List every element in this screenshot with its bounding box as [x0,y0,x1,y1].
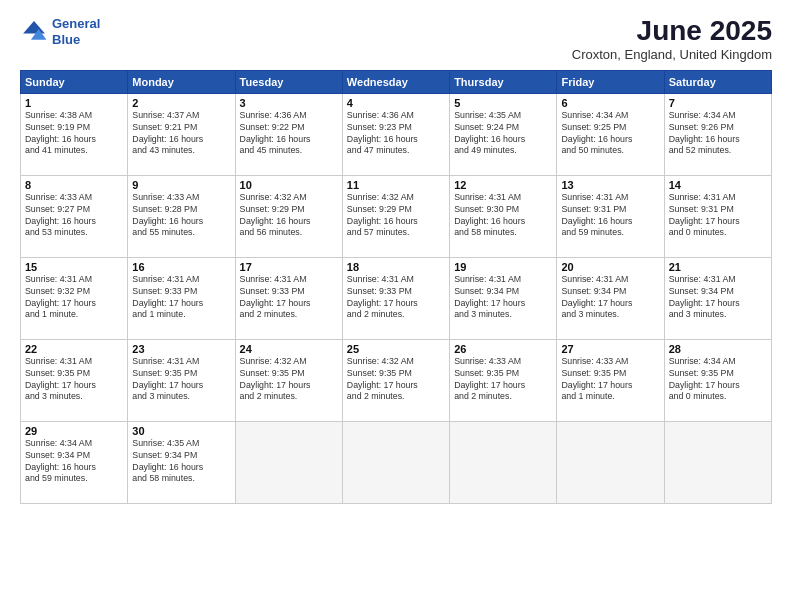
day-number: 17 [240,261,338,273]
day-number: 22 [25,343,123,355]
day-number: 9 [132,179,230,191]
table-row: 17Sunrise: 4:31 AM Sunset: 9:33 PM Dayli… [235,257,342,339]
day-info: Sunrise: 4:31 AM Sunset: 9:34 PM Dayligh… [454,274,552,322]
day-info: Sunrise: 4:33 AM Sunset: 9:35 PM Dayligh… [561,356,659,404]
day-number: 13 [561,179,659,191]
day-info: Sunrise: 4:35 AM Sunset: 9:24 PM Dayligh… [454,110,552,158]
location: Croxton, England, United Kingdom [572,47,772,62]
day-info: Sunrise: 4:33 AM Sunset: 9:27 PM Dayligh… [25,192,123,240]
logo-icon [20,18,48,46]
day-info: Sunrise: 4:38 AM Sunset: 9:19 PM Dayligh… [25,110,123,158]
calendar-week-row: 29Sunrise: 4:34 AM Sunset: 9:34 PM Dayli… [21,421,772,503]
day-info: Sunrise: 4:31 AM Sunset: 9:30 PM Dayligh… [454,192,552,240]
day-info: Sunrise: 4:32 AM Sunset: 9:35 PM Dayligh… [347,356,445,404]
table-row: 3Sunrise: 4:36 AM Sunset: 9:22 PM Daylig… [235,93,342,175]
calendar-header-row: Sunday Monday Tuesday Wednesday Thursday… [21,70,772,93]
col-thursday: Thursday [450,70,557,93]
day-info: Sunrise: 4:33 AM Sunset: 9:28 PM Dayligh… [132,192,230,240]
col-sunday: Sunday [21,70,128,93]
day-info: Sunrise: 4:31 AM Sunset: 9:34 PM Dayligh… [669,274,767,322]
day-info: Sunrise: 4:31 AM Sunset: 9:34 PM Dayligh… [561,274,659,322]
col-wednesday: Wednesday [342,70,449,93]
day-number: 11 [347,179,445,191]
title-area: June 2025 Croxton, England, United Kingd… [572,16,772,62]
day-number: 16 [132,261,230,273]
table-row: 2Sunrise: 4:37 AM Sunset: 9:21 PM Daylig… [128,93,235,175]
day-number: 1 [25,97,123,109]
day-number: 29 [25,425,123,437]
table-row: 8Sunrise: 4:33 AM Sunset: 9:27 PM Daylig… [21,175,128,257]
day-number: 19 [454,261,552,273]
table-row: 14Sunrise: 4:31 AM Sunset: 9:31 PM Dayli… [664,175,771,257]
day-info: Sunrise: 4:31 AM Sunset: 9:33 PM Dayligh… [132,274,230,322]
day-number: 5 [454,97,552,109]
day-number: 25 [347,343,445,355]
table-row: 4Sunrise: 4:36 AM Sunset: 9:23 PM Daylig… [342,93,449,175]
table-row: 22Sunrise: 4:31 AM Sunset: 9:35 PM Dayli… [21,339,128,421]
table-row: 15Sunrise: 4:31 AM Sunset: 9:32 PM Dayli… [21,257,128,339]
day-info: Sunrise: 4:32 AM Sunset: 9:29 PM Dayligh… [240,192,338,240]
day-info: Sunrise: 4:36 AM Sunset: 9:22 PM Dayligh… [240,110,338,158]
day-number: 6 [561,97,659,109]
day-number: 7 [669,97,767,109]
table-row: 28Sunrise: 4:34 AM Sunset: 9:35 PM Dayli… [664,339,771,421]
calendar-week-row: 22Sunrise: 4:31 AM Sunset: 9:35 PM Dayli… [21,339,772,421]
day-number: 26 [454,343,552,355]
col-saturday: Saturday [664,70,771,93]
day-info: Sunrise: 4:35 AM Sunset: 9:34 PM Dayligh… [132,438,230,486]
table-row: 18Sunrise: 4:31 AM Sunset: 9:33 PM Dayli… [342,257,449,339]
day-number: 23 [132,343,230,355]
calendar-table: Sunday Monday Tuesday Wednesday Thursday… [20,70,772,504]
day-info: Sunrise: 4:31 AM Sunset: 9:31 PM Dayligh… [561,192,659,240]
day-number: 2 [132,97,230,109]
day-info: Sunrise: 4:31 AM Sunset: 9:35 PM Dayligh… [25,356,123,404]
logo-text: General Blue [52,16,100,47]
day-info: Sunrise: 4:32 AM Sunset: 9:35 PM Dayligh… [240,356,338,404]
table-row: 23Sunrise: 4:31 AM Sunset: 9:35 PM Dayli… [128,339,235,421]
day-info: Sunrise: 4:36 AM Sunset: 9:23 PM Dayligh… [347,110,445,158]
table-row: 26Sunrise: 4:33 AM Sunset: 9:35 PM Dayli… [450,339,557,421]
day-number: 28 [669,343,767,355]
table-row [664,421,771,503]
day-info: Sunrise: 4:31 AM Sunset: 9:35 PM Dayligh… [132,356,230,404]
day-number: 8 [25,179,123,191]
day-info: Sunrise: 4:34 AM Sunset: 9:25 PM Dayligh… [561,110,659,158]
day-number: 15 [25,261,123,273]
table-row: 29Sunrise: 4:34 AM Sunset: 9:34 PM Dayli… [21,421,128,503]
col-monday: Monday [128,70,235,93]
svg-marker-0 [23,21,45,33]
page: General Blue June 2025 Croxton, England,… [0,0,792,612]
table-row: 16Sunrise: 4:31 AM Sunset: 9:33 PM Dayli… [128,257,235,339]
logo: General Blue [20,16,100,47]
day-number: 14 [669,179,767,191]
table-row: 25Sunrise: 4:32 AM Sunset: 9:35 PM Dayli… [342,339,449,421]
table-row: 20Sunrise: 4:31 AM Sunset: 9:34 PM Dayli… [557,257,664,339]
day-info: Sunrise: 4:37 AM Sunset: 9:21 PM Dayligh… [132,110,230,158]
day-number: 4 [347,97,445,109]
calendar-week-row: 1Sunrise: 4:38 AM Sunset: 9:19 PM Daylig… [21,93,772,175]
table-row: 10Sunrise: 4:32 AM Sunset: 9:29 PM Dayli… [235,175,342,257]
table-row [450,421,557,503]
table-row: 7Sunrise: 4:34 AM Sunset: 9:26 PM Daylig… [664,93,771,175]
day-info: Sunrise: 4:31 AM Sunset: 9:33 PM Dayligh… [240,274,338,322]
day-info: Sunrise: 4:31 AM Sunset: 9:32 PM Dayligh… [25,274,123,322]
table-row: 13Sunrise: 4:31 AM Sunset: 9:31 PM Dayli… [557,175,664,257]
day-info: Sunrise: 4:34 AM Sunset: 9:35 PM Dayligh… [669,356,767,404]
day-number: 3 [240,97,338,109]
day-number: 30 [132,425,230,437]
table-row: 6Sunrise: 4:34 AM Sunset: 9:25 PM Daylig… [557,93,664,175]
table-row: 1Sunrise: 4:38 AM Sunset: 9:19 PM Daylig… [21,93,128,175]
day-number: 20 [561,261,659,273]
day-number: 21 [669,261,767,273]
table-row: 11Sunrise: 4:32 AM Sunset: 9:29 PM Dayli… [342,175,449,257]
table-row: 19Sunrise: 4:31 AM Sunset: 9:34 PM Dayli… [450,257,557,339]
header: General Blue June 2025 Croxton, England,… [20,16,772,62]
day-info: Sunrise: 4:32 AM Sunset: 9:29 PM Dayligh… [347,192,445,240]
table-row: 9Sunrise: 4:33 AM Sunset: 9:28 PM Daylig… [128,175,235,257]
day-info: Sunrise: 4:31 AM Sunset: 9:31 PM Dayligh… [669,192,767,240]
col-friday: Friday [557,70,664,93]
day-number: 24 [240,343,338,355]
table-row: 27Sunrise: 4:33 AM Sunset: 9:35 PM Dayli… [557,339,664,421]
day-number: 10 [240,179,338,191]
table-row [342,421,449,503]
